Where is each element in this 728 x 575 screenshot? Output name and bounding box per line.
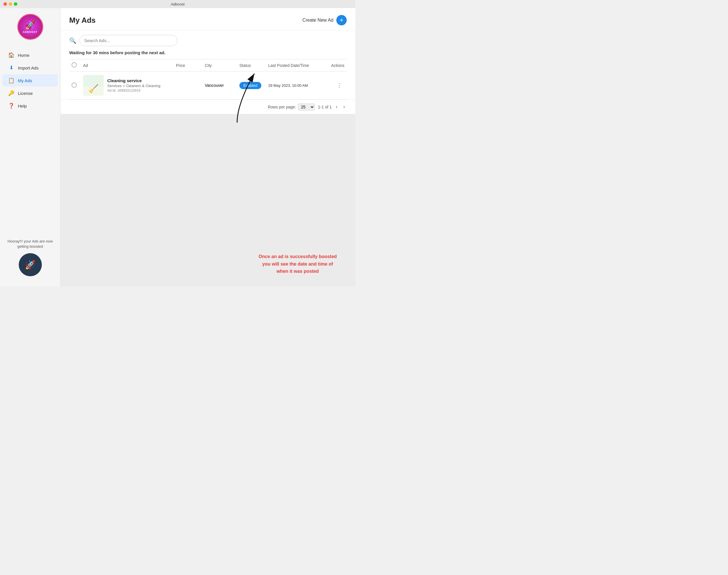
col-actions-header: Actions (324, 59, 347, 71)
col-price-header: Price (174, 59, 202, 71)
sidebar-item-help[interactable]: ❓ Help (2, 100, 58, 112)
logo-rocket-icon: 🚀 (25, 21, 35, 30)
lower-panel: Once an ad is successfully boosted you w… (61, 114, 355, 286)
home-icon: 🏠 (8, 52, 14, 58)
create-new-ad-icon: + (336, 15, 347, 25)
rows-per-page: Rows per page: 25 50 100 (268, 104, 315, 110)
ad-info: 🧹 Cleaning service Services > Cleaners &… (83, 75, 171, 96)
row-checkbox-cell (69, 71, 81, 100)
window-controls (3, 2, 17, 6)
sidebar-item-license[interactable]: 🔑 License (2, 87, 58, 99)
row-lastposted-cell: 29 May 2023, 10:00 AM (266, 71, 324, 100)
ad-details: Cleaning service Services > Cleaners & C… (107, 78, 160, 93)
page-title: My Ads (69, 16, 96, 25)
row-price-cell (174, 71, 202, 100)
ads-table: Ad Price City Status Last Posted Date/Ti (69, 59, 347, 100)
logo-text: ADBOOST (23, 31, 38, 33)
sidebar-label-help: Help (18, 104, 27, 108)
logo-circle: 🚀 ADBOOST (17, 14, 43, 40)
sidebar-label-import-ads: Import Ads (18, 65, 39, 70)
next-page-button[interactable]: › (341, 103, 347, 110)
nav-items: 🏠 Home ⬇ Import Ads 📋 My Ads 🔑 License ❓… (0, 48, 60, 234)
col-ad-header: Ad (81, 59, 174, 71)
sidebar-bottom-text: Hooray!!! your Ads are now getting boost… (5, 239, 56, 249)
minimize-button[interactable] (9, 2, 12, 6)
table-header-row: Ad Price City Status Last Posted Date/Ti (69, 59, 347, 71)
sidebar-item-my-ads[interactable]: 📋 My Ads (2, 74, 58, 87)
bottom-circle: 🚀 (19, 253, 42, 276)
license-icon: 🔑 (8, 90, 14, 96)
search-area: 🔍 (61, 30, 355, 49)
my-ads-icon: 📋 (8, 77, 14, 83)
sidebar-item-import-ads[interactable]: ⬇ Import Ads (2, 62, 58, 74)
title-bar: Adboost (0, 0, 355, 8)
page-info: 1-1 of 1 (318, 105, 332, 109)
sidebar-label-home: Home (18, 53, 29, 58)
table-row: 🧹 Cleaning service Services > Cleaners &… (69, 71, 347, 100)
ad-category: Services > Cleaners & Cleaning (107, 83, 160, 88)
main-content: My Ads Create New Ad + 🔍 Waiting for 30 … (61, 8, 355, 286)
thumb-person-icon: 🧹 (89, 84, 99, 94)
app-title: Adboost (171, 2, 185, 6)
sidebar-label-license: License (18, 91, 33, 96)
ad-id: Ad Id: 169933123919 (107, 89, 160, 93)
search-icon: 🔍 (69, 37, 76, 44)
sidebar-bottom: Hooray!!! your Ads are now getting boost… (0, 234, 60, 281)
close-button[interactable] (3, 2, 7, 6)
sidebar: 🚀 ADBOOST 🏠 Home ⬇ Import Ads 📋 My Ads 🔑… (0, 8, 61, 286)
import-icon: ⬇ (8, 65, 14, 71)
ads-table-wrap: Ad Price City Status Last Posted Date/Ti (61, 59, 355, 100)
last-posted-text: 29 May 2023, 10:00 AM (268, 83, 308, 88)
col-checkbox-header (69, 59, 81, 71)
row-ad-cell: 🧹 Cleaning service Services > Cleaners &… (81, 71, 174, 100)
rows-per-page-select[interactable]: 25 50 100 (298, 104, 315, 110)
row-actions-cell: ⋮ (324, 71, 347, 100)
actions-menu-button[interactable]: ⋮ (334, 81, 344, 90)
page-nav: 1-1 of 1 ‹ › (318, 103, 347, 110)
rows-per-page-label: Rows per page: (268, 105, 296, 109)
search-input[interactable] (79, 35, 177, 46)
main-header: My Ads Create New Ad + (61, 8, 355, 30)
help-icon: ❓ (8, 103, 14, 109)
app-container: 🚀 ADBOOST 🏠 Home ⬇ Import Ads 📋 My Ads 🔑… (0, 8, 355, 286)
ad-thumbnail: 🧹 (83, 75, 104, 96)
waiting-message: Waiting for 30 mins before posting the n… (61, 49, 355, 59)
annotation-text: Once an ad is successfully boosted you w… (257, 253, 338, 275)
ad-title: Cleaning service (107, 78, 160, 83)
bottom-rocket-icon: 🚀 (25, 260, 35, 270)
logo-area: 🚀 ADBOOST (0, 14, 60, 40)
row-checkbox[interactable] (71, 82, 77, 88)
pagination: Rows per page: 25 50 100 1-1 of 1 ‹ › (61, 100, 355, 114)
col-lastposted-header: Last Posted Date/Time (266, 59, 324, 71)
sidebar-item-home[interactable]: 🏠 Home (2, 49, 58, 61)
prev-page-button[interactable]: ‹ (334, 103, 339, 110)
annotation-arrow (208, 65, 266, 123)
maximize-button[interactable] (14, 2, 17, 6)
header-checkbox[interactable] (71, 62, 77, 67)
create-new-ad-label: Create New Ad (302, 18, 333, 23)
sidebar-label-my-ads: My Ads (18, 78, 32, 83)
create-new-ad-button[interactable]: Create New Ad + (302, 15, 347, 25)
